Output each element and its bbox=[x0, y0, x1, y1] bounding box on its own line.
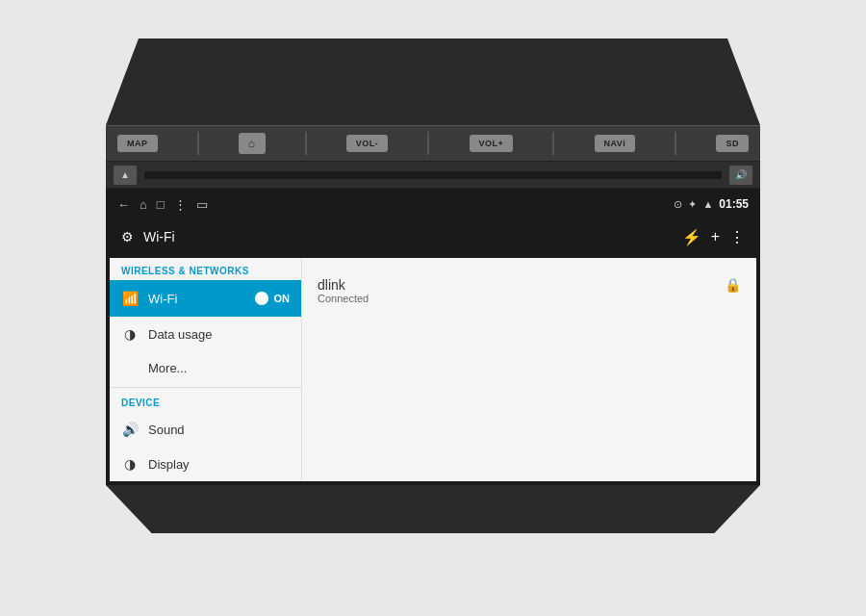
vol-plus-button[interactable]: VOL+ bbox=[470, 135, 514, 152]
refresh-icon[interactable]: ⚡ bbox=[682, 228, 701, 246]
display-label: Display bbox=[148, 457, 190, 472]
add-network-icon[interactable]: + bbox=[711, 228, 720, 245]
recents-icon[interactable]: □ bbox=[157, 197, 165, 212]
display-icon: ◑ bbox=[121, 456, 139, 472]
dlink-network-item[interactable]: dlink Connected 🔒 bbox=[302, 266, 756, 316]
screen: ← ⌂ □ ⋮ ▭ ⊙ ✦ ▲ 01:55 ⚙ bbox=[110, 192, 756, 481]
btn-separator-4 bbox=[552, 132, 554, 155]
signal-icon: ▲ bbox=[702, 198, 713, 210]
btn-separator-2 bbox=[305, 132, 307, 155]
speaker-button[interactable]: 🔊 bbox=[729, 166, 752, 185]
wifi-icon: 📶 bbox=[121, 291, 139, 306]
device-section-header: DEVICE bbox=[110, 390, 301, 412]
vol-minus-button[interactable]: VOL- bbox=[346, 135, 389, 152]
display-item[interactable]: ◑ Display bbox=[110, 447, 301, 481]
overflow-menu-icon[interactable]: ⋮ bbox=[729, 228, 745, 246]
wireless-section-header: WIRELESS & NETWORKS bbox=[110, 258, 301, 280]
network-info: dlink Connected bbox=[318, 277, 369, 304]
home-icon[interactable]: ⌂ bbox=[140, 197, 147, 212]
bluetooth-icon: ✦ bbox=[688, 198, 697, 211]
sound-icon: 🔊 bbox=[121, 422, 139, 437]
btn-group-left: MAP bbox=[117, 135, 158, 152]
data-usage-item[interactable]: ◑ Data usage bbox=[110, 317, 301, 351]
network-panel: dlink Connected 🔒 bbox=[302, 258, 756, 481]
sound-item[interactable]: 🔊 Sound bbox=[110, 412, 301, 447]
wifi-label: Wi-Fi bbox=[148, 292, 177, 306]
top-bezel bbox=[106, 38, 760, 125]
more-item[interactable]: More... bbox=[110, 351, 301, 385]
settings-header: ⚙ Wi-Fi ⚡ + ⋮ bbox=[110, 216, 756, 258]
sd-button[interactable]: SD bbox=[716, 135, 749, 152]
btn-separator-3 bbox=[427, 132, 429, 155]
main-content: WIRELESS & NETWORKS 📶 Wi-Fi ON bbox=[110, 258, 756, 481]
settings-title: Wi-Fi bbox=[143, 229, 673, 244]
section-divider bbox=[110, 387, 301, 388]
button-row: MAP ⌂ VOL- VOL+ NAVi SD bbox=[106, 125, 760, 162]
toggle-on-label: ON bbox=[274, 293, 291, 304]
map-button[interactable]: MAP bbox=[117, 135, 158, 152]
sound-label: Sound bbox=[148, 423, 185, 437]
data-usage-label: Data usage bbox=[148, 327, 213, 342]
btn-separator-5 bbox=[675, 132, 676, 155]
settings-gear-icon: ⚙ bbox=[121, 229, 134, 244]
car-unit: MAP ⌂ VOL- VOL+ NAVi SD ▲ 🔊 ← ⌂ □ bbox=[87, 38, 779, 578]
clock-display: 01:55 bbox=[719, 197, 749, 211]
home-button[interactable]: ⌂ bbox=[239, 133, 266, 154]
data-usage-icon: ◑ bbox=[121, 326, 139, 342]
bottom-bezel bbox=[106, 485, 760, 533]
screen-inner: ← ⌂ □ ⋮ ▭ ⊙ ✦ ▲ 01:55 ⚙ bbox=[110, 192, 756, 481]
status-bar: ← ⌂ □ ⋮ ▭ ⊙ ✦ ▲ 01:55 bbox=[110, 192, 756, 216]
network-lock-icon: 🔒 bbox=[725, 277, 741, 293]
menu-icon[interactable]: ⋮ bbox=[174, 197, 187, 212]
network-status: Connected bbox=[318, 293, 369, 304]
network-name: dlink bbox=[318, 277, 369, 293]
eject-button[interactable]: ▲ bbox=[114, 166, 137, 185]
wifi-toggle[interactable]: ON bbox=[236, 290, 291, 307]
slot-row: ▲ 🔊 bbox=[106, 162, 760, 189]
back-icon[interactable]: ← bbox=[117, 197, 130, 212]
toggle-track bbox=[236, 290, 270, 307]
more-label: More... bbox=[148, 361, 187, 375]
screen-container: ← ⌂ □ ⋮ ▭ ⊙ ✦ ▲ 01:55 ⚙ bbox=[106, 189, 760, 485]
navi-button[interactable]: NAVi bbox=[595, 135, 636, 152]
screenshot-icon[interactable]: ▭ bbox=[196, 197, 208, 212]
toggle-thumb bbox=[255, 292, 268, 305]
status-right: ⊙ ✦ ▲ 01:55 bbox=[674, 197, 749, 211]
wifi-item[interactable]: 📶 Wi-Fi ON bbox=[110, 280, 301, 317]
cd-slot bbox=[144, 171, 722, 179]
settings-list: WIRELESS & NETWORKS 📶 Wi-Fi ON bbox=[110, 258, 302, 481]
btn-separator-1 bbox=[197, 132, 199, 155]
location-icon: ⊙ bbox=[674, 198, 682, 211]
status-left: ← ⌂ □ ⋮ ▭ bbox=[117, 197, 208, 212]
